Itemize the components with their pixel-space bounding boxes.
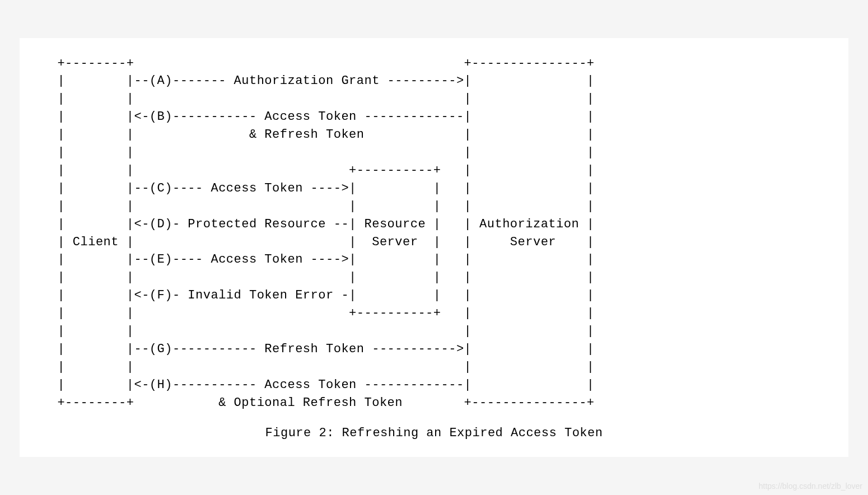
ascii-diagram: +--------+ +---------------+ | |--(A)---…	[42, 55, 826, 412]
watermark-text: https://blog.csdn.net/zlb_lover	[759, 482, 862, 491]
figure-caption: Figure 2: Refreshing an Expired Access T…	[42, 426, 826, 440]
diagram-card: +--------+ +---------------+ | |--(A)---…	[20, 38, 848, 457]
